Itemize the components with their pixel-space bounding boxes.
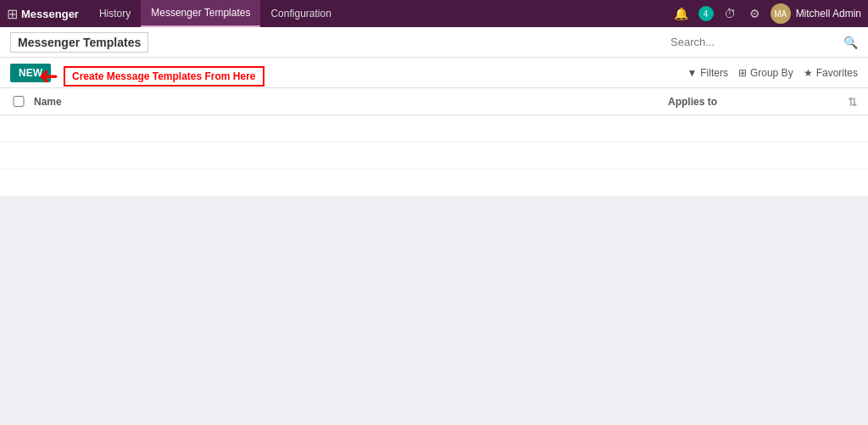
nav-label-messenger-templates: Messenger Templates — [151, 7, 250, 19]
chat-count: 4 — [704, 9, 709, 19]
star-icon: ★ — [804, 67, 813, 79]
table-row — [0, 170, 868, 197]
user-avatar: MA — [771, 3, 791, 24]
red-arrow-icon: ➜ — [39, 64, 58, 88]
user-name: Mitchell Admin — [796, 8, 861, 20]
table-row — [0, 143, 868, 170]
nav-item-configuration[interactable]: Configuration — [260, 0, 341, 27]
table-body — [0, 115, 868, 197]
table-header: Name Applies to ⇅ — [0, 88, 868, 115]
table-row — [0, 115, 868, 143]
favorites-button[interactable]: ★ Favorites — [804, 67, 858, 79]
apps-grid-button[interactable]: ⊞ — [7, 6, 18, 22]
filter-icon: ▼ — [687, 67, 697, 79]
chat-badge[interactable]: 4 — [698, 6, 714, 21]
search-bar: 🔍 — [670, 36, 858, 49]
topbar-right: 🔔 4 ⏱ ⚙ MA Mitchell Admin — [670, 3, 861, 24]
settings-icon[interactable]: ⚙ — [746, 5, 764, 22]
nav-item-history[interactable]: History — [89, 0, 141, 27]
timer-icon[interactable]: ⏱ — [721, 5, 739, 22]
column-header-applies: Applies to — [668, 96, 837, 108]
favorites-label: Favorites — [816, 67, 858, 79]
bell-icon[interactable]: 🔔 — [670, 5, 692, 22]
search-icon[interactable]: 🔍 — [843, 36, 858, 49]
nav-item-messenger-templates[interactable]: Messenger Templates — [141, 0, 260, 27]
empty-content-area — [0, 197, 868, 425]
group-icon: ⊞ — [738, 67, 747, 79]
user-menu[interactable]: MA Mitchell Admin — [771, 3, 861, 24]
top-navbar: ⊞ Messenger History Messenger Templates … — [0, 0, 868, 27]
annotation-container: ➜ Create Message Templates From Here — [39, 64, 264, 88]
app-name: Messenger — [21, 8, 79, 20]
filter-bar: ▼ Filters ⊞ Group By ★ Favorites — [687, 67, 858, 79]
page-title: Messenger Templates — [10, 32, 148, 53]
search-input[interactable] — [670, 36, 840, 48]
nav-label-configuration: Configuration — [270, 8, 331, 20]
action-bar-wrapper: NEW ➜ Create Message Templates From Here… — [0, 58, 868, 88]
group-by-label: Group By — [750, 67, 793, 79]
filters-label: Filters — [700, 67, 728, 79]
main-nav: History Messenger Templates Configuratio… — [89, 0, 667, 27]
column-header-name: Name — [34, 96, 668, 108]
column-settings-icon[interactable]: ⇅ — [837, 95, 858, 109]
action-bar: NEW ➜ Create Message Templates From Here… — [0, 58, 868, 88]
secondary-bar: Messenger Templates 🔍 — [0, 27, 868, 58]
grid-icon: ⊞ — [7, 6, 18, 22]
filters-button[interactable]: ▼ Filters — [687, 67, 728, 79]
select-all-checkbox[interactable] — [10, 96, 27, 107]
annotation-box: Create Message Templates From Here — [64, 66, 264, 87]
nav-label-history: History — [99, 8, 131, 20]
group-by-button[interactable]: ⊞ Group By — [738, 67, 793, 79]
